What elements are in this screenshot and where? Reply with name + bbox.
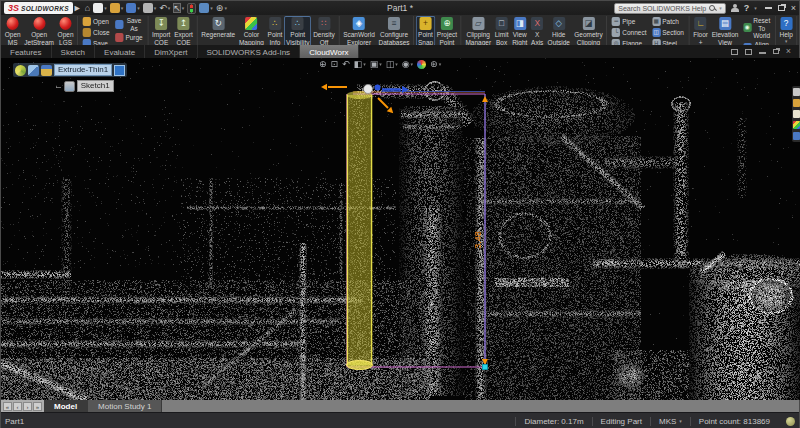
task-pane-tab-design-library[interactable] [793,99,800,107]
ribbon-group-4: ◈ScanWorld Explorer≡Configure Databases [339,16,414,45]
rebuild-traffic-light-button[interactable] [187,3,196,14]
view-settings-button[interactable]: ⊛▾ [430,59,441,69]
zoom-to-area-button[interactable]: ⊡ [331,59,339,69]
toolbar-button-reset-to-world[interactable]: ◉Reset To World [742,17,771,40]
toolbar-button-import-coe[interactable]: ↧Import COE [150,16,172,45]
print-button[interactable]: ▾ [143,3,157,13]
previous-view-button[interactable]: ↶ [342,59,350,69]
toolbar-button-open-jetstream[interactable]: Open JetStream [22,16,55,45]
sketch-label[interactable]: Sketch1 [77,80,114,92]
document-minimize-button[interactable] [759,52,766,54]
ribbon-tabs: FeaturesSketchEvaluateDimXpertSOLIDWORKS… [1,45,359,58]
undo-button[interactable]: ↶▾ [159,3,170,13]
new-document-button[interactable]: ▾ [93,3,107,13]
web-help-icon[interactable] [786,417,795,426]
search-scope-caret-icon[interactable]: ▾ [719,5,722,11]
tab-model[interactable]: Model [44,400,88,412]
ribbon-tab-sketch[interactable]: Sketch [52,45,95,58]
close-button[interactable]: × [791,4,796,13]
toolbar-button-clipping-manager[interactable]: ▱Clipping Manager [464,16,493,45]
toolbar-button-section[interactable]: ◫Section [651,28,685,38]
feature-label[interactable]: Extrude-Thin1 [54,64,112,76]
toolbar-button-save[interactable]: Save [82,39,111,45]
document-close-button[interactable]: × [786,47,791,56]
help-caret-icon[interactable]: ▾ [754,5,757,11]
select-cursor-button[interactable]: ↖▾ [173,3,184,13]
open-document-button[interactable]: ▾ [110,3,124,13]
ribbon-tab-solidworks-add-ins[interactable]: SOLIDWORKS Add-Ins [198,45,301,58]
login-user-icon[interactable] [731,4,739,13]
ribbon-tab-cloudworx[interactable]: CloudWorx [300,45,358,58]
section-view-caret-icon: ▾ [363,61,366,67]
toolbar-button-floor-wall[interactable]: ∟Floor + Wall▾ [691,16,710,45]
undo-caret-icon: ▾ [168,5,171,11]
task-pane-tab-file-explorer[interactable] [793,110,800,118]
toolbar-button-hide-outside-polygon[interactable]: ◇Hide Outside Polygon▾ [545,16,572,45]
tab-scroll-button-1[interactable]: ‹ [13,402,22,411]
feature-tree-item-extrude[interactable]: Extrude-Thin1 [13,63,127,77]
task-pane-tab-resources[interactable] [793,88,800,96]
toolbar-button-geometry-clipping[interactable]: ◪Geometry Clipping [572,16,604,45]
ribbon-tab-dimxpert[interactable]: DimXpert [145,45,197,58]
toolbar-button-align-view[interactable]: ⇄Align View [742,41,771,46]
restore-button[interactable] [778,5,785,11]
search-icon[interactable] [709,5,716,12]
toolbar-button-flange[interactable]: ◎Flange [611,39,647,45]
help-icon[interactable]: ? [744,3,750,13]
home-button[interactable]: ⌂ [85,3,90,13]
toolbar-button-open[interactable]: Open [82,17,111,27]
toolbar-button-view-right[interactable]: ◨View Right▾ [510,16,529,45]
purge-icon [115,33,123,42]
toolbar-button-x-axis[interactable]: XX Axis▾ [529,16,545,45]
edit-appearance-button[interactable] [417,60,426,69]
point-cloud-canvas[interactable] [1,58,800,400]
minimize-button[interactable] [765,7,772,9]
tab-scroll-button-3[interactable]: » [33,402,42,411]
zoom-to-fit-button[interactable]: ⊕ [319,59,327,69]
toolbar-button-save-as[interactable]: Save As [114,17,143,32]
task-pane-tab-custom-properties[interactable] [793,132,800,140]
toolbar-button-project-point[interactable]: ⊕Project Point [435,16,459,45]
tab-motion-study-1[interactable]: Motion Study 1 [88,400,162,412]
display-style-button[interactable]: ◫▾ [386,59,398,69]
tab-scroll-button-2[interactable]: › [23,402,32,411]
section-view-button[interactable]: ◧▾ [354,59,366,69]
toolbar-button-configure-databases[interactable]: ≡Configure Databases [377,16,412,45]
tab-scroll-button-0[interactable]: « [3,402,12,411]
display-settings-button[interactable]: ▾ [199,3,213,13]
toolbar-button-point-info[interactable]: ∴Point Info [266,16,285,45]
toolbar-button-limit-box[interactable]: □Limit Box [493,16,510,45]
toolbar-button-regenerate[interactable]: ↻Regenerate [199,16,237,39]
cascade-windows-icon[interactable] [745,49,752,55]
feature-tree-item-sketch[interactable]: ⌙ Sketch1 [55,80,127,92]
toolbar-button-color-mapping[interactable]: Color Mapping [237,16,266,45]
toolbar-button-patch[interactable]: ▦Patch [651,17,685,27]
document-restore-button[interactable] [773,49,779,54]
hide-show-items-button[interactable]: ◉▾ [402,59,413,69]
toolbar-button-density-off[interactable]: ∷Density Off▾ [311,16,336,45]
toolbar-button-elevation-view[interactable]: ▤Elevation View▾ [710,16,740,45]
toolbar-button-scanworld-explorer[interactable]: ◈ScanWorld Explorer [341,16,376,45]
toolbar-button-open-ms-view[interactable]: Open MS View [3,16,23,45]
feature-preview-button[interactable] [114,65,125,76]
save-button[interactable]: ▾ [126,3,140,13]
search-box[interactable]: Search SOLIDWORKS Help ▾ [614,3,725,14]
toolbar-button-help[interactable]: ?Help▾ [778,16,795,44]
task-pane-tab-appearances[interactable] [793,121,800,129]
ribbon-tab-features[interactable]: Features [1,45,52,58]
toolbar-button-export-coe[interactable]: ↥Export COE [172,16,194,45]
options-gear-button[interactable]: ⊛▾ [216,3,227,13]
toolbar-button-steel[interactable]: HSteel [651,39,685,45]
new-window-icon[interactable] [731,49,738,55]
view-orientation-button[interactable]: ▣▾ [370,59,382,69]
toolbar-button-open-lgs[interactable]: Open LGS [56,16,76,45]
status-mks[interactable]: MKS▾ [650,417,690,426]
menu-flyout-arrow-button[interactable]: ► [73,3,82,13]
toolbar-button-pipe[interactable]: ═Pipe [611,17,647,27]
toolbar-button-connect[interactable]: └Connect [611,28,647,38]
ribbon-tab-evaluate[interactable]: Evaluate [95,45,145,58]
toolbar-button-close[interactable]: Close [82,28,111,38]
toolbar-button-point-snap[interactable]: +Point Snap [416,16,435,45]
toolbar-button-point-visibility[interactable]: ∴Point Visibility [284,16,311,45]
toolbar-button-purge[interactable]: Purge [114,33,143,43]
